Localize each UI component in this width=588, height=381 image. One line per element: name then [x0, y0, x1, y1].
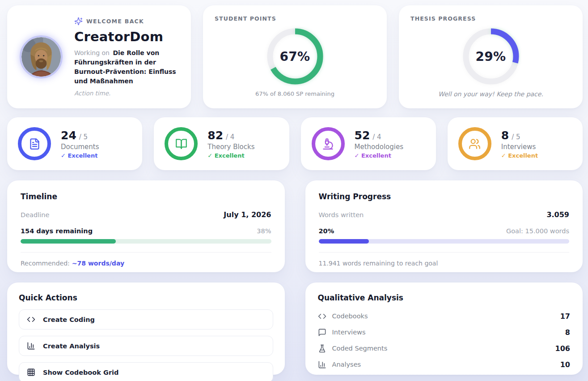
users-icon — [469, 138, 481, 150]
tagline: Action time. — [74, 90, 178, 97]
stat-card-documents[interactable]: 24 / 5 Documents ✓ Excellent — [7, 117, 142, 170]
coded-segments-label: Coded Segments — [332, 345, 550, 352]
documents-total: / 5 — [79, 133, 88, 141]
theory-blocks-stat-text: 82 / 4 Theory Blocks ✓ Excellent — [207, 129, 254, 159]
writing-progress-title: Writing Progress — [319, 192, 570, 201]
methodologies-count: 52 — [355, 129, 370, 142]
bar-chart-icon — [27, 342, 35, 350]
timeline-percent: 38% — [257, 227, 271, 235]
methodologies-stat-text: 52 / 4 Methodologies ✓ Excellent — [355, 129, 404, 159]
deadline-value: July 1, 2026 — [224, 210, 271, 219]
methodologies-status-badge: ✓ Excellent — [355, 152, 404, 159]
analyses-row: Analyses 10 — [318, 356, 571, 372]
message-square-icon — [318, 328, 326, 337]
codebooks-row: Codebooks 17 — [318, 308, 571, 324]
interviews-analysis-label: Interviews — [332, 329, 559, 336]
recommended-row: Recommended:~78 words/day — [21, 260, 271, 267]
sparkles-icon — [74, 17, 83, 26]
code-icon — [318, 312, 326, 321]
user-name: CreatorDom — [74, 29, 178, 44]
interviews-count: 8 — [501, 129, 509, 142]
interviews-ring — [458, 127, 491, 160]
methodologies-ring — [312, 127, 345, 160]
coded-segments-row: Coded Segments 106 — [318, 340, 571, 356]
bottom-row: Quick Actions Create Coding Create Analy… — [7, 283, 583, 375]
writing-progress-card: Writing Progress Words written 3.059 20%… — [305, 180, 583, 272]
writing-progress-fill — [319, 239, 369, 244]
divider — [319, 252, 570, 253]
code-icon — [27, 315, 35, 324]
student-points-caption: 67% of 8.060 SP remaining — [255, 90, 334, 97]
student-points-percent: 67% — [266, 27, 325, 86]
divider — [21, 252, 271, 253]
methodologies-label: Methodologies — [355, 143, 404, 151]
methodologies-total: / 4 — [372, 133, 381, 141]
documents-label: Documents — [61, 143, 99, 151]
welcome-eyebrow: WELCOME BACK — [74, 17, 178, 26]
theory-blocks-ring — [165, 127, 198, 160]
progress-row: Timeline Deadline July 1, 2026 154 days … — [7, 180, 583, 272]
recommended-value: ~78 words/day — [72, 260, 124, 267]
interviews-label: Interviews — [501, 143, 538, 151]
quick-actions-list: Create Coding Create Analysis Show Codeb… — [19, 309, 273, 381]
qualitative-analysis-card: Qualitative Analysis Codebooks 17 Interv… — [305, 283, 583, 375]
words-written-value: 3.059 — [546, 210, 569, 219]
grid-icon — [27, 368, 35, 377]
create-analysis-button[interactable]: Create Analysis — [19, 336, 273, 356]
working-on-prefix: Working on — [74, 49, 110, 56]
documents-ring — [18, 127, 51, 160]
goal-label: Goal: 15.000 words — [506, 227, 569, 235]
working-on-text: Working on Die Rolle von Führungskräften… — [74, 48, 178, 86]
theory-blocks-count: 82 — [207, 129, 223, 142]
writing-percent: 20% — [319, 227, 334, 235]
timeline-title: Timeline — [21, 192, 271, 201]
timeline-card: Timeline Deadline July 1, 2026 154 days … — [7, 180, 285, 272]
thesis-progress-label: THESIS PROGRESS — [410, 15, 476, 22]
interviews-status-badge: ✓ Excellent — [501, 152, 538, 159]
dashboard-page: WELCOME BACK CreatorDom Working on Die R… — [0, 0, 588, 375]
qualitative-analysis-title: Qualitative Analysis — [318, 293, 571, 302]
codebooks-label: Codebooks — [332, 313, 554, 320]
student-points-card: STUDENT POINTS 67% 67% of 8.060 SP remai… — [203, 5, 387, 108]
bar-chart-icon — [318, 360, 326, 369]
stat-card-interviews[interactable]: 8 / 5 Interviews ✓ Excellent — [448, 117, 583, 170]
interviews-stat-text: 8 / 5 Interviews ✓ Excellent — [501, 129, 538, 159]
analyses-value: 10 — [560, 360, 570, 369]
analyses-label: Analyses — [332, 361, 554, 368]
timeline-progress-bar — [21, 239, 271, 244]
codebooks-value: 17 — [560, 312, 570, 321]
thesis-progress-donut: 29% — [461, 27, 520, 86]
thesis-progress-percent: 29% — [461, 27, 520, 86]
welcome-card: WELCOME BACK CreatorDom Working on Die R… — [7, 5, 191, 108]
stat-card-theory-blocks[interactable]: 82 / 4 Theory Blocks ✓ Excellent — [154, 117, 289, 170]
interviews-total: / 5 — [512, 133, 520, 141]
writing-progress-bar — [319, 239, 570, 244]
create-coding-button[interactable]: Create Coding — [19, 309, 273, 330]
welcome-eyebrow-label: WELCOME BACK — [86, 18, 144, 25]
stat-card-methodologies[interactable]: 52 / 4 Methodologies ✓ Excellent — [301, 117, 436, 170]
interviews-row: Interviews 8 — [318, 324, 571, 340]
words-remaining-note: 11.941 words remaining to reach goal — [319, 260, 570, 267]
documents-status-badge: ✓ Excellent — [61, 152, 99, 159]
avatar[interactable] — [20, 35, 63, 78]
top-row: WELCOME BACK CreatorDom Working on Die R… — [7, 5, 583, 107]
theory-blocks-label: Theory Blocks — [207, 143, 254, 151]
words-written-label: Words written — [319, 211, 364, 218]
theory-blocks-total: / 4 — [226, 133, 234, 141]
flask-icon — [318, 344, 326, 353]
interviews-analysis-value: 8 — [565, 328, 570, 337]
deadline-label: Deadline — [21, 211, 49, 218]
file-text-icon — [29, 138, 41, 150]
quick-actions-card: Quick Actions Create Coding Create Analy… — [7, 283, 285, 375]
thesis-progress-caption: Well on your way! Keep the pace. — [438, 90, 543, 98]
coded-segments-value: 106 — [555, 344, 570, 353]
theory-blocks-status-badge: ✓ Excellent — [207, 152, 254, 159]
avatar-portrait-illustration — [21, 37, 61, 77]
documents-stat-text: 24 / 5 Documents ✓ Excellent — [61, 129, 99, 159]
student-points-label: STUDENT POINTS — [215, 15, 276, 22]
documents-count: 24 — [61, 129, 76, 142]
student-points-donut: 67% — [266, 27, 325, 86]
show-codebook-grid-button[interactable]: Show Codebook Grid — [19, 362, 273, 381]
days-remaining: 154 days remaining — [21, 227, 93, 235]
stats-row: 24 / 5 Documents ✓ Excellent 82 / 4 Theo… — [7, 117, 583, 170]
